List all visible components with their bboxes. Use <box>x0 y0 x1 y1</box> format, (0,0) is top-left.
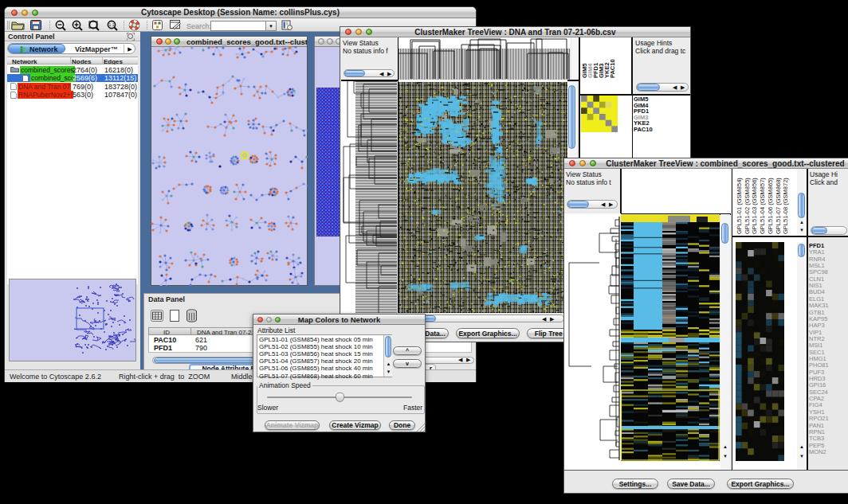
svg-text:1:1: 1:1 <box>109 22 115 27</box>
